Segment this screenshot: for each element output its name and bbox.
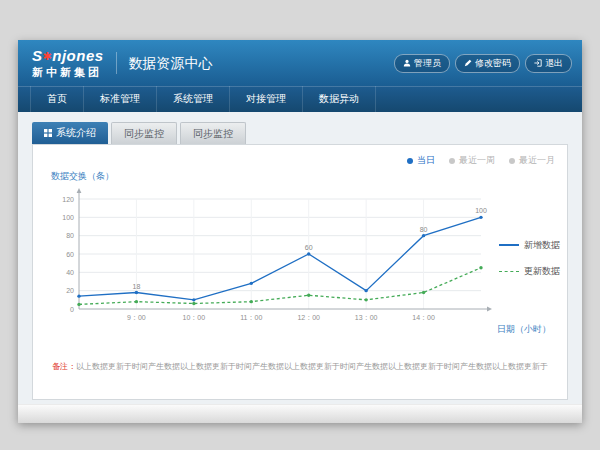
svg-text:14：00: 14：00 — [412, 314, 435, 321]
filter-dot-icon — [509, 158, 515, 164]
nav-item-datachange[interactable]: 数据异动 — [303, 86, 376, 112]
tab-sync-monitor-2[interactable]: 同步监控 — [180, 122, 246, 144]
tab-sync-monitor-2-label: 同步监控 — [193, 127, 233, 141]
tab-system-intro[interactable]: 系统介绍 — [32, 122, 108, 144]
edit-icon — [464, 59, 472, 67]
tab-sync-monitor-1-label: 同步监控 — [124, 127, 164, 141]
series-legend: 新增数据 更新数据 — [499, 239, 560, 278]
svg-text:20: 20 — [66, 287, 74, 294]
admin-user-button[interactable]: 管理员 — [394, 54, 450, 73]
svg-text:0: 0 — [70, 306, 74, 313]
filter-last-week-label: 最近一周 — [459, 154, 495, 167]
admin-user-label: 管理员 — [414, 57, 441, 70]
legend-item-updated-data[interactable]: 更新数据 — [499, 265, 560, 278]
tab-bar: 系统介绍 同步监控 同步监控 — [32, 122, 568, 144]
tab-system-intro-label: 系统介绍 — [56, 126, 96, 140]
app-header: S✱njones 新中新集团 数据资源中心 管理员 修改密码 退出 — [18, 40, 582, 86]
nav-item-system[interactable]: 系统管理 — [157, 86, 230, 112]
svg-text:60: 60 — [305, 244, 313, 251]
content-area: 系统介绍 同步监控 同步监控 当日 最近一周 — [18, 112, 582, 404]
change-password-button[interactable]: 修改密码 — [455, 54, 520, 73]
svg-text:18: 18 — [133, 283, 141, 290]
nav-item-interface[interactable]: 对接管理 — [230, 86, 303, 112]
time-range-filters: 当日 最近一周 最近一月 — [45, 154, 555, 167]
filter-last-week[interactable]: 最近一周 — [449, 154, 495, 167]
brand-name-post: njones — [52, 47, 103, 64]
svg-text:13：00: 13：00 — [355, 314, 378, 321]
brand-name-pre: S — [32, 47, 43, 64]
grid-icon — [44, 129, 52, 137]
chart-row: 0204060801001209：0010：0011：0012：0013：001… — [45, 183, 555, 333]
svg-text:9：00: 9：00 — [127, 314, 146, 321]
legend-updated-data-label: 更新数据 — [524, 265, 560, 278]
page-title: 数据资源中心 — [116, 52, 213, 74]
svg-text:100: 100 — [62, 214, 74, 221]
svg-text:12：00: 12：00 — [297, 314, 320, 321]
app-window: S✱njones 新中新集团 数据资源中心 管理员 修改密码 退出 — [18, 40, 582, 422]
user-icon — [403, 59, 411, 67]
legend-new-data-label: 新增数据 — [524, 239, 560, 252]
brand-logo: S✱njones 新中新集团 — [32, 48, 104, 78]
svg-text:100: 100 — [475, 207, 487, 214]
filter-dot-icon — [449, 158, 455, 164]
page-footer — [18, 404, 582, 423]
tab-sync-monitor-1[interactable]: 同步监控 — [111, 122, 177, 144]
footnote-label: 备注： — [52, 362, 76, 371]
svg-text:10：00: 10：00 — [183, 314, 206, 321]
svg-text:11：00: 11：00 — [240, 314, 262, 321]
dashed-line-icon — [499, 271, 519, 272]
svg-text:80: 80 — [420, 226, 428, 233]
logout-label: 退出 — [545, 57, 563, 70]
footnote-text: 以上数据更新于时间产生数据以上数据更新于时间产生数据以上数据更新于时间产生数据以… — [76, 362, 548, 371]
legend-item-new-data[interactable]: 新增数据 — [499, 239, 560, 252]
chart-y-axis-title: 数据交换（条） — [51, 170, 555, 183]
filter-today[interactable]: 当日 — [407, 154, 435, 167]
logout-icon — [534, 59, 542, 67]
svg-text:40: 40 — [66, 269, 74, 276]
logout-button[interactable]: 退出 — [525, 54, 572, 73]
brand-subtitle: 新中新集团 — [32, 66, 104, 78]
svg-text:60: 60 — [66, 251, 74, 258]
brand-name: S✱njones — [32, 48, 104, 65]
main-nav: 首页 标准管理 系统管理 对接管理 数据异动 — [18, 86, 582, 112]
svg-text:120: 120 — [62, 196, 74, 203]
filter-last-month-label: 最近一月 — [519, 154, 555, 167]
header-actions: 管理员 修改密码 退出 — [394, 54, 572, 73]
brand-star-icon: ✱ — [43, 50, 53, 62]
filter-dot-icon — [407, 158, 413, 164]
line-chart: 0204060801001209：0010：0011：0012：0013：001… — [45, 183, 497, 333]
chart-x-axis-title: 日期（小时） — [497, 323, 551, 336]
filter-today-label: 当日 — [417, 154, 435, 167]
svg-text:80: 80 — [66, 232, 74, 239]
nav-item-home[interactable]: 首页 — [30, 86, 84, 112]
change-password-label: 修改密码 — [475, 57, 511, 70]
nav-item-standards[interactable]: 标准管理 — [84, 86, 157, 112]
solid-line-icon — [499, 244, 519, 246]
filter-last-month[interactable]: 最近一月 — [509, 154, 555, 167]
footnote: 备注：以上数据更新于时间产生数据以上数据更新于时间产生数据以上数据更新于时间产生… — [33, 361, 567, 372]
chart-panel: 当日 最近一周 最近一月 数据交换（条） 0204060801001209：00… — [32, 144, 568, 400]
